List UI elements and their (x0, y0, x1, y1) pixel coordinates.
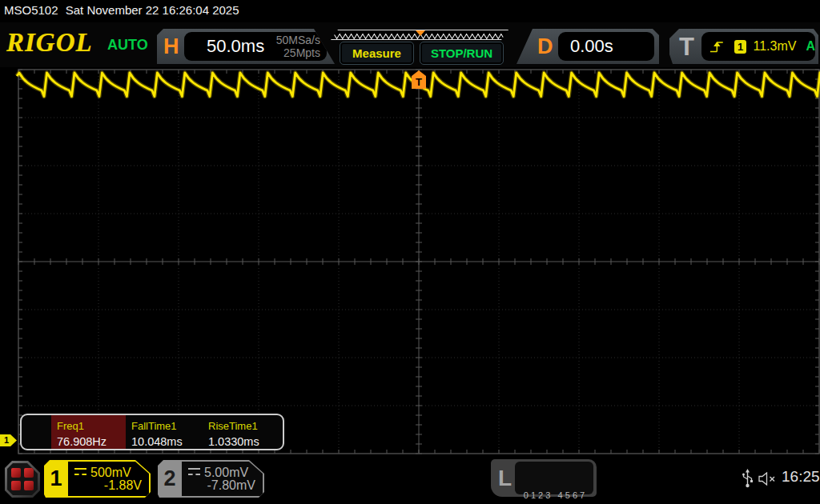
datetime-text: Sat November 22 16:26:04 2025 (66, 3, 239, 17)
sample-rate-readout: 50MSa/s 25Mpts (276, 34, 320, 59)
delay-label: D (537, 34, 553, 59)
stop-run-button[interactable]: STOP/RUN (420, 42, 504, 65)
toolbar: RIGOL AUTO H 50.0ms 50MSa/s 25Mpts Measu… (0, 22, 820, 67)
measurement-risetime1[interactable]: RiseTime1 1.0330ms (203, 415, 284, 449)
tiles-icon (7, 463, 38, 495)
measurement-value: 1.0330ms (208, 435, 284, 448)
logic-label: L (498, 466, 512, 491)
measurement-freq1[interactable]: Freq1 76.908Hz (51, 415, 126, 449)
logic-channel-list: 0 1 2 3 4 5 6 7 8 9 10 11 12 13 14 15 (515, 462, 593, 494)
horizontal-label: H (163, 34, 179, 59)
measurement-falltime1[interactable]: FallTime1 10.048ms (126, 415, 203, 449)
logic-channels-block[interactable]: L 0 1 2 3 4 5 6 7 8 9 10 11 12 13 14 15 (491, 459, 597, 497)
channel1-readout: 500mV -1.88V (68, 462, 149, 496)
channel2-status-block[interactable]: 2 5.00mV -7.80mV (158, 460, 264, 498)
sample-rate: 50MSa/s (276, 34, 320, 46)
dc-coupling-icon (74, 468, 86, 475)
channel1-status-block[interactable]: 1 500mV -1.88V (44, 460, 151, 498)
measure-button[interactable]: Measure (340, 42, 414, 65)
trigger-source-badge: 1 (734, 40, 747, 54)
title-bar: MSO5102 Sat November 22 16:26:04 2025 (0, 0, 820, 22)
channel1-offset: -1.88V (104, 478, 142, 493)
channel1-number: 1 (44, 460, 68, 498)
measurement-label: Freq1 (57, 420, 126, 432)
rising-edge-icon (709, 39, 725, 54)
rigol-logo: RIGOL (6, 28, 93, 58)
memory-depth: 25Mpts (276, 46, 320, 59)
measurement-label: RiseTime1 (208, 420, 284, 432)
trigger-panel[interactable]: T 1 11.3mV A (669, 29, 818, 64)
trigger-label: T (679, 33, 694, 62)
channel2-number: 2 (158, 460, 182, 498)
desktop-menu-button[interactable] (5, 461, 40, 498)
delay-readout: 0.00s (558, 32, 654, 61)
channel2-offset: -7.80mV (207, 478, 255, 493)
waveform-display-area[interactable]: T 1 Freq1 76.908Hz FallTime1 10.048ms Ri… (0, 67, 820, 454)
horizontal-readout: 50.0ms 50MSa/s 25Mpts (184, 32, 327, 61)
speaker-muted-icon (758, 472, 778, 486)
model-name: MSO5102 (4, 3, 58, 17)
usb-icon (742, 469, 754, 489)
horizontal-panel[interactable]: H 50.0ms 50MSa/s 25Mpts (157, 29, 335, 64)
measurement-value: 76.908Hz (57, 435, 126, 448)
clock: 16:25 (782, 468, 820, 486)
trigger-readout: 1 11.3mV A (701, 32, 815, 61)
delay-panel[interactable]: D 0.00s (517, 29, 659, 64)
trigger-level-value: 11.3mV (753, 39, 796, 54)
trigger-sweep-mode: A (806, 39, 815, 54)
channel1-waveform-trace (0, 67, 820, 454)
waveform-memory-preview[interactable] (331, 30, 508, 40)
measurement-label: FallTime1 (131, 420, 203, 432)
measurement-results-box[interactable]: Freq1 76.908Hz FallTime1 10.048ms RiseTi… (20, 414, 284, 450)
measurement-value: 10.048ms (131, 435, 203, 448)
dc-coupling-icon (188, 468, 200, 475)
logic-row1: 0 1 2 3 4 5 6 7 (515, 490, 593, 502)
bottom-status-bar: 1 500mV -1.88V 2 5.00mV -7.80mV L 0 1 2 … (0, 454, 820, 504)
timebase-value: 50.0ms (207, 35, 264, 58)
acquisition-status: AUTO (107, 37, 148, 54)
preview-trigger-marker-icon (416, 30, 425, 36)
channel2-readout: 5.00mV -7.80mV (182, 462, 263, 496)
delay-value: 0.00s (570, 35, 613, 58)
